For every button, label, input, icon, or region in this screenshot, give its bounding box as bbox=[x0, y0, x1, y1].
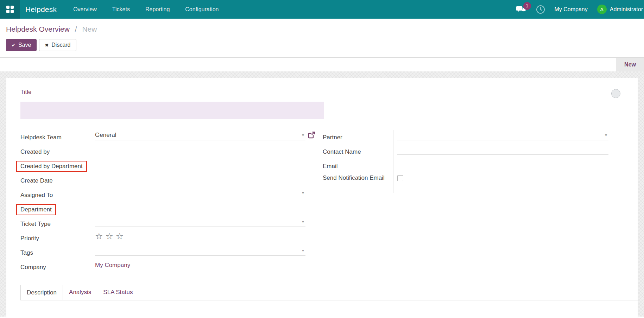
chevron-down-icon: ▾ bbox=[302, 133, 304, 138]
row-send-notification-email: Send Notification Email bbox=[323, 173, 619, 193]
row-company: Company My Company bbox=[20, 260, 317, 274]
priority-widget: ☆ ☆ ☆ bbox=[95, 231, 305, 241]
form-sheet: Title Helpdesk Team General ▾ bbox=[6, 78, 638, 318]
tab-analysis[interactable]: Analysis bbox=[63, 285, 97, 300]
menu-reporting[interactable]: Reporting bbox=[145, 0, 170, 19]
ticket-type-label: Ticket Type bbox=[20, 217, 91, 231]
helpdesk-team-value: General bbox=[95, 132, 302, 139]
chevron-down-icon: ▾ bbox=[302, 219, 304, 224]
left-field-group: Helpdesk Team General ▾ bbox=[20, 130, 317, 274]
partner-dropdown[interactable]: ▾ bbox=[397, 130, 608, 140]
row-tags: Tags ▾ bbox=[20, 246, 317, 260]
helpdesk-team-dropdown[interactable]: General ▾ bbox=[95, 130, 305, 140]
contact-name-label: Contact Name bbox=[323, 145, 393, 159]
row-assigned-to: Assigned To ▾ bbox=[20, 188, 317, 202]
apps-grid-icon bbox=[6, 6, 14, 13]
row-contact-name: Contact Name bbox=[323, 145, 619, 159]
save-button[interactable]: ✔ Save bbox=[6, 39, 37, 51]
right-field-group: Partner ▾ Contact Name bbox=[323, 130, 619, 274]
company-field: My Company bbox=[95, 260, 305, 270]
row-created-by-department: Created by Department bbox=[20, 159, 317, 173]
activities-button[interactable] bbox=[536, 5, 545, 14]
main-menu: Overview Tickets Reporting Configuration bbox=[73, 0, 219, 19]
clock-icon bbox=[536, 5, 545, 14]
star-icon[interactable]: ☆ bbox=[95, 231, 103, 241]
discard-button[interactable]: ✖ Discard bbox=[39, 39, 76, 51]
row-email: Email bbox=[323, 159, 619, 173]
tab-sla-status[interactable]: SLA Status bbox=[97, 285, 139, 300]
messages-count-badge: 1 bbox=[523, 2, 531, 10]
helpdesk-team-label: Helpdesk Team bbox=[20, 130, 91, 145]
send-notification-email-label: Send Notification Email bbox=[323, 173, 393, 193]
email-label: Email bbox=[323, 159, 393, 173]
contact-name-input[interactable] bbox=[397, 145, 608, 155]
star-icon[interactable]: ☆ bbox=[116, 231, 124, 241]
red-highlight-box: Department bbox=[16, 204, 56, 215]
top-navbar: Helpdesk Overview Tickets Reporting Conf… bbox=[0, 0, 644, 19]
chevron-down-icon: ▾ bbox=[302, 190, 304, 195]
priority-label: Priority bbox=[20, 231, 91, 246]
row-partner: Partner ▾ bbox=[323, 130, 619, 145]
menu-overview[interactable]: Overview bbox=[73, 0, 97, 19]
create-date-label: Create Date bbox=[20, 173, 91, 188]
view-background: Title Helpdesk Team General ▾ bbox=[0, 71, 644, 317]
tags-label: Tags bbox=[20, 246, 91, 260]
form-statusbar: New bbox=[0, 57, 644, 71]
user-avatar: A bbox=[597, 5, 607, 14]
notebook-tabs: Description Analysis SLA Status bbox=[20, 285, 638, 300]
user-name: Administrator bbox=[610, 6, 643, 13]
star-icon[interactable]: ☆ bbox=[105, 231, 113, 241]
send-notification-email-checkbox[interactable] bbox=[397, 175, 403, 181]
messages-button[interactable]: 1 bbox=[516, 5, 526, 14]
control-panel: Helpdesk Overview / New ✔ Save ✖ Discard bbox=[0, 19, 644, 57]
breadcrumb-parent-link[interactable]: Helpdesk Overview bbox=[6, 25, 70, 33]
discard-button-label: Discard bbox=[51, 42, 70, 48]
tab-description[interactable]: Description bbox=[20, 285, 63, 300]
app-title[interactable]: Helpdesk bbox=[25, 5, 57, 14]
tags-dropdown[interactable]: ▾ bbox=[95, 246, 305, 256]
row-helpdesk-team: Helpdesk Team General ▾ bbox=[20, 130, 317, 145]
external-link-icon[interactable] bbox=[308, 131, 315, 139]
create-date-field[interactable] bbox=[95, 173, 305, 184]
ticket-type-dropdown[interactable]: ▾ bbox=[95, 217, 305, 227]
company-switcher[interactable]: My Company bbox=[555, 6, 588, 13]
email-input[interactable] bbox=[397, 159, 608, 169]
row-department: Department bbox=[20, 202, 317, 217]
cross-icon: ✖ bbox=[45, 43, 49, 48]
field-groups: Helpdesk Team General ▾ bbox=[20, 130, 624, 274]
topbar-right-section: 1 My Company A Administrator bbox=[516, 5, 644, 14]
apps-menu-button[interactable] bbox=[0, 0, 20, 19]
company-value-link[interactable]: My Company bbox=[95, 260, 130, 270]
row-ticket-type: Ticket Type ▾ bbox=[20, 217, 317, 231]
department-label: Department bbox=[20, 202, 91, 217]
chevron-down-icon: ▾ bbox=[605, 133, 607, 138]
kanban-state-icon[interactable] bbox=[611, 89, 620, 98]
row-priority: Priority ☆ ☆ ☆ bbox=[20, 231, 317, 246]
check-icon: ✔ bbox=[12, 43, 15, 48]
save-button-label: Save bbox=[18, 42, 31, 48]
user-menu[interactable]: A Administrator bbox=[597, 5, 643, 14]
row-created-by: Created by bbox=[20, 145, 317, 159]
created-by-field[interactable] bbox=[95, 145, 305, 155]
action-buttons: ✔ Save ✖ Discard bbox=[6, 39, 644, 51]
assigned-to-label: Assigned To bbox=[20, 188, 91, 202]
department-field[interactable] bbox=[95, 202, 305, 212]
created-by-department-label: Created by Department bbox=[20, 159, 91, 173]
breadcrumb: Helpdesk Overview / New bbox=[6, 25, 644, 33]
created-by-department-field[interactable] bbox=[95, 159, 305, 169]
chevron-down-icon: ▾ bbox=[302, 248, 304, 253]
stage-new[interactable]: New bbox=[616, 58, 644, 71]
created-by-label: Created by bbox=[20, 145, 91, 159]
breadcrumb-separator: / bbox=[75, 25, 77, 33]
partner-label: Partner bbox=[323, 130, 393, 145]
menu-tickets[interactable]: Tickets bbox=[112, 0, 130, 19]
description-tab-pane[interactable] bbox=[20, 300, 624, 318]
breadcrumb-current: New bbox=[82, 25, 97, 33]
title-input[interactable] bbox=[20, 102, 324, 119]
row-create-date: Create Date bbox=[20, 173, 317, 188]
company-label: Company bbox=[20, 260, 91, 274]
red-highlight-box: Created by Department bbox=[16, 161, 87, 172]
title-field-label: Title bbox=[20, 89, 624, 96]
assigned-to-dropdown[interactable]: ▾ bbox=[95, 188, 305, 198]
menu-configuration[interactable]: Configuration bbox=[185, 0, 219, 19]
